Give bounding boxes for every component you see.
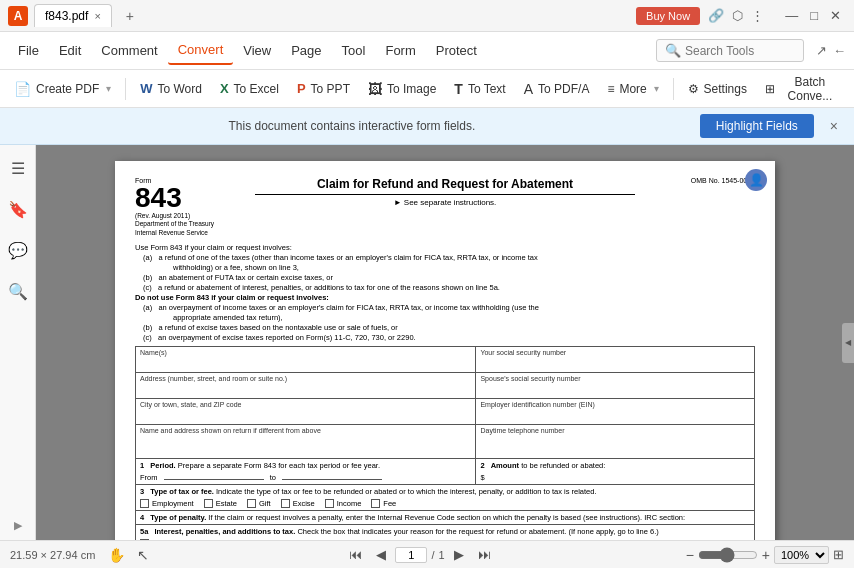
checkbox-excise-label: Excise (293, 499, 315, 508)
field-ein[interactable]: Employer identification number (EIN) (476, 399, 755, 425)
checkbox-excise-box[interactable] (281, 499, 290, 508)
zoom-in-button[interactable]: + (762, 547, 770, 563)
checkbox-income-box[interactable] (325, 499, 334, 508)
field-name-diff-value[interactable] (140, 434, 471, 456)
minimize-button[interactable]: — (780, 6, 803, 25)
field-address-value[interactable] (140, 382, 471, 396)
acrobat-icon[interactable]: ⬡ (732, 8, 743, 23)
checkbox-gift-label: Gift (259, 499, 271, 508)
back-icon[interactable]: ← (833, 43, 846, 58)
batch-convert-button[interactable]: ⊞ Batch Conve... (757, 70, 848, 108)
form-fields-table: Name(s) Your social security number Addr… (135, 346, 755, 540)
menu-page[interactable]: Page (281, 37, 331, 64)
checkbox-excise[interactable]: Excise (281, 499, 315, 508)
menu-protect[interactable]: Protect (426, 37, 487, 64)
zoom-out-button[interactable]: − (686, 547, 694, 563)
fit-page-button[interactable]: ⊞ (833, 547, 844, 562)
pdf-viewer[interactable]: 👤 Form 843 (Rev. August 2011) Department… (36, 145, 854, 540)
menu-file[interactable]: File (8, 37, 49, 64)
first-page-button[interactable]: ⏮ (344, 545, 367, 564)
comments-icon[interactable]: 💬 (2, 235, 34, 266)
create-pdf-button[interactable]: 📄 Create PDF (6, 76, 119, 102)
checkbox-fee[interactable]: Fee (371, 499, 396, 508)
panels-icon[interactable]: ☰ (5, 153, 31, 184)
checkbox-gift-box[interactable] (247, 499, 256, 508)
field-phone-value[interactable] (480, 434, 750, 456)
field-city[interactable]: City or town, state, and ZIP code (136, 399, 476, 425)
last-page-button[interactable]: ⏭ (473, 545, 496, 564)
menu-edit[interactable]: Edit (49, 37, 91, 64)
to-field[interactable] (282, 479, 382, 480)
menu-convert[interactable]: Convert (168, 36, 234, 65)
zoom-slider[interactable] (698, 547, 758, 563)
maximize-button[interactable]: □ (805, 6, 823, 25)
field-spouse-ssn-value[interactable] (480, 382, 750, 396)
field-ssn-value[interactable] (480, 356, 750, 370)
field-name-value[interactable] (140, 356, 471, 370)
info-close-button[interactable]: × (830, 118, 838, 134)
checkbox-irs-errors[interactable]: Interest was assessed as a result of IRS… (140, 539, 750, 540)
checkbox-gift[interactable]: Gift (247, 499, 271, 508)
checkbox-employment[interactable]: Employment (140, 499, 194, 508)
field-names[interactable]: Name(s) (136, 347, 476, 373)
bookmarks-icon[interactable]: 🔖 (2, 194, 34, 225)
field-name-diff[interactable]: Name and address shown on return if diff… (136, 425, 476, 459)
pdf-tab[interactable]: f843.pdf × (34, 4, 112, 27)
to-excel-button[interactable]: X To Excel (212, 76, 287, 101)
field-ein-value[interactable] (480, 408, 750, 422)
search-input[interactable] (685, 44, 795, 58)
to-text-button[interactable]: T To Text (446, 76, 513, 102)
user-avatar[interactable]: 👤 (745, 169, 767, 191)
zoom-controls: − + 100% 75% 125% 150% 200% ⊞ (686, 546, 844, 564)
search-box[interactable]: 🔍 (656, 39, 804, 62)
close-button[interactable]: ✕ (825, 6, 846, 25)
hand-tool-button[interactable]: ✋ (103, 545, 130, 565)
instruction-line-2: withholding) or a fee, shown on line 3, (135, 263, 755, 272)
right-panel-toggle[interactable]: ◀ (842, 323, 854, 363)
checkbox-estate-box[interactable] (204, 499, 213, 508)
field-city-value[interactable] (140, 408, 471, 422)
checkbox-irs-errors-box[interactable] (140, 539, 149, 540)
left-toolbar: ☰ 🔖 💬 🔍 ▶ (0, 145, 36, 540)
add-tab-button[interactable]: + (118, 4, 142, 28)
form-header: Form 843 (Rev. August 2011) Department o… (135, 177, 755, 237)
word-icon: W (140, 81, 152, 96)
menu-form[interactable]: Form (375, 37, 425, 64)
menu-view[interactable]: View (233, 37, 281, 64)
select-tool-button[interactable]: ↖ (132, 545, 154, 565)
from-field[interactable] (164, 479, 264, 480)
share-icon[interactable]: 🔗 (708, 8, 724, 23)
tab-close-icon[interactable]: × (94, 10, 100, 22)
settings-button[interactable]: ⚙ Settings (680, 77, 755, 101)
separator-1 (125, 78, 126, 100)
section-2-label: Amount (491, 461, 519, 470)
menu-comment[interactable]: Comment (91, 37, 167, 64)
field-phone[interactable]: Daytime telephone number (476, 425, 755, 459)
field-ssn[interactable]: Your social security number (476, 347, 755, 373)
more-button[interactable]: ≡ More (599, 77, 666, 101)
field-address[interactable]: Address (number, street, and room or sui… (136, 373, 476, 399)
to-ppt-button[interactable]: P To PPT (289, 76, 358, 101)
info-bar: This document contains interactive form … (0, 108, 854, 145)
checkbox-estate[interactable]: Estate (204, 499, 237, 508)
menu-tool[interactable]: Tool (332, 37, 376, 64)
to-word-button[interactable]: W To Word (132, 76, 210, 101)
expand-arrow-icon[interactable]: ▶ (14, 519, 22, 532)
section-5a-desc: Check the box that indicates your reason… (297, 527, 658, 536)
buy-now-button[interactable]: Buy Now (636, 7, 700, 25)
to-image-button[interactable]: 🖼 To Image (360, 76, 444, 102)
search-panel-icon[interactable]: 🔍 (2, 276, 34, 307)
zoom-select[interactable]: 100% 75% 125% 150% 200% (774, 546, 829, 564)
checkbox-employment-box[interactable] (140, 499, 149, 508)
checkbox-income[interactable]: Income (325, 499, 362, 508)
external-link-icon[interactable]: ↗ (816, 43, 827, 58)
field-spouse-ssn[interactable]: Spouse's social security number (476, 373, 755, 399)
checkbox-fee-box[interactable] (371, 499, 380, 508)
next-page-button[interactable]: ▶ (449, 545, 469, 564)
highlight-fields-button[interactable]: Highlight Fields (700, 114, 814, 138)
prev-page-button[interactable]: ◀ (371, 545, 391, 564)
menu-dots-icon[interactable]: ⋮ (751, 8, 764, 23)
to-pdfa-button[interactable]: A To PDF/A (516, 76, 598, 102)
current-page-input[interactable] (395, 547, 427, 563)
table-row: Address (number, street, and room or sui… (136, 373, 755, 399)
